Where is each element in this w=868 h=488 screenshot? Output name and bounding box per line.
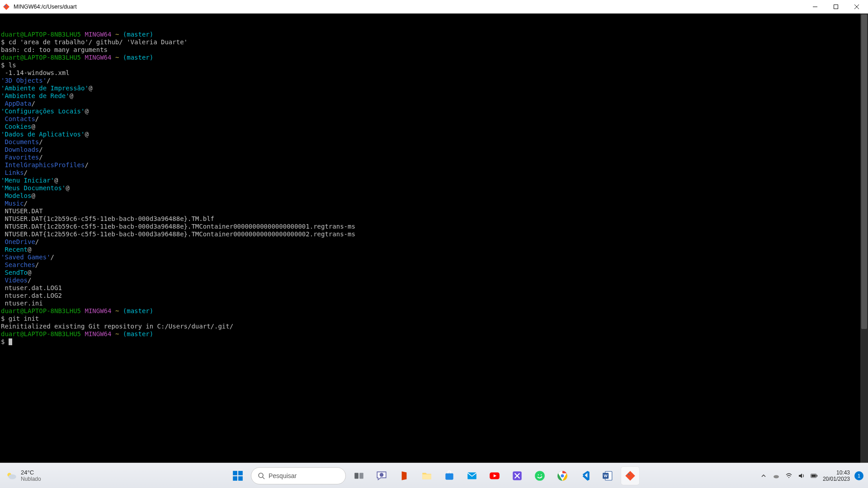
weather-temp: 24°C — [21, 469, 41, 476]
taskbar-app-office[interactable] — [395, 466, 414, 485]
output-line: ntuser.ini — [1, 300, 867, 307]
command-line: $ ls — [1, 61, 867, 69]
prompt-line: duart@LAPTOP-8NB3LHU5 MINGW64 ~ (master) — [1, 307, 867, 315]
output-line: 'Menu Iniciar'@ — [1, 177, 867, 184]
close-button[interactable] — [846, 0, 867, 14]
svg-rect-7 — [238, 471, 243, 475]
taskbar-app-git-bash[interactable] — [621, 466, 640, 485]
terminal-cursor — [9, 338, 12, 345]
battery-icon[interactable] — [810, 472, 818, 480]
taskbar-app-file-explorer[interactable] — [417, 466, 436, 485]
window-title: MINGW64:/c/Users/duart — [14, 4, 77, 10]
volume-icon[interactable] — [797, 472, 806, 480]
weather-desc: Nublado — [21, 476, 41, 482]
svg-point-10 — [259, 473, 263, 478]
taskbar-search[interactable]: Pesquisar — [251, 467, 346, 484]
output-line: 'Dados de Aplicativos'@ — [1, 131, 867, 138]
taskbar-app-task-view[interactable] — [349, 466, 368, 485]
output-line: '3D Objects'/ — [1, 77, 867, 84]
output-line: Videos/ — [1, 277, 867, 284]
window-titlebar[interactable]: MINGW64:/c/Users/duart — [0, 0, 868, 14]
command-line: $ cd 'area de trabalho'/ github/ 'Valeri… — [1, 38, 867, 46]
svg-point-21 — [541, 474, 542, 475]
svg-rect-35 — [811, 474, 816, 477]
svg-marker-29 — [625, 471, 635, 481]
output-line: 'Configurações Locais'@ — [1, 108, 867, 115]
taskbar-search-placeholder: Pesquisar — [269, 472, 297, 479]
output-line: ntuser.dat.LOG1 — [1, 284, 867, 292]
svg-rect-34 — [816, 475, 817, 477]
clock-time: 10:43 — [823, 469, 850, 476]
svg-point-19 — [535, 471, 545, 481]
taskbar: 24°C Nublado PesquisarW 10:43 20/01/2023… — [0, 463, 868, 488]
svg-rect-16 — [467, 472, 476, 479]
svg-point-32 — [774, 475, 779, 478]
output-line: 'Meus Documentos'@ — [1, 184, 867, 192]
svg-point-25 — [561, 474, 565, 478]
taskbar-app-microsoft-store[interactable] — [440, 466, 459, 485]
taskbar-app-youtube[interactable] — [485, 466, 504, 485]
taskbar-app-app-purple[interactable] — [508, 466, 527, 485]
command-line: $ git init — [1, 315, 867, 323]
output-line: OneDrive/ — [1, 238, 867, 246]
svg-text:W: W — [604, 474, 608, 478]
taskbar-clock[interactable]: 10:43 20/01/2023 — [823, 469, 850, 482]
output-line: Modelos@ — [1, 192, 867, 200]
output-line: SendTo@ — [1, 269, 867, 277]
minimize-button[interactable] — [805, 0, 826, 14]
svg-point-20 — [538, 474, 539, 475]
taskbar-app-whatsapp[interactable] — [530, 466, 549, 485]
output-line: Searches/ — [1, 261, 867, 269]
maximize-button[interactable] — [826, 0, 846, 14]
terminal-area[interactable]: duart@LAPTOP-8NB3LHU5 MINGW64 ~ (master)… — [0, 14, 868, 463]
taskbar-app-vscode[interactable] — [576, 466, 594, 485]
output-line: NTUSER.DAT{1c2b59c6-c5f5-11eb-bacb-000d3… — [1, 230, 867, 238]
prompt-line: duart@LAPTOP-8NB3LHU5 MINGW64 ~ (master) — [1, 54, 867, 61]
output-line: AppData/ — [1, 100, 867, 108]
output-line: Contacts/ — [1, 115, 867, 123]
output-line: 'Saved Games'/ — [1, 253, 867, 261]
svg-rect-14 — [422, 474, 431, 479]
notification-badge[interactable]: 1 — [854, 471, 863, 480]
output-line: NTUSER.DAT — [1, 207, 867, 215]
terminal-scrollbar[interactable] — [860, 14, 868, 463]
weather-icon — [5, 470, 17, 482]
output-line: Recent@ — [1, 246, 867, 253]
output-line: bash: cd: too many arguments — [1, 46, 867, 54]
wifi-icon[interactable] — [785, 472, 793, 480]
output-line: Documents/ — [1, 138, 867, 146]
svg-rect-9 — [238, 476, 243, 481]
svg-rect-12 — [359, 473, 363, 479]
taskbar-app-chrome[interactable] — [553, 466, 572, 485]
tray-overflow-icon[interactable] — [760, 472, 768, 480]
scrollbar-thumb[interactable] — [861, 14, 867, 329]
taskbar-app-chat[interactable] — [372, 466, 391, 485]
taskbar-app-word[interactable]: W — [598, 466, 617, 485]
svg-rect-15 — [445, 473, 453, 479]
output-line: 'Ambiente de Impressão'@ — [1, 84, 867, 92]
clock-date: 20/01/2023 — [823, 476, 850, 482]
output-line: Links/ — [1, 169, 867, 177]
output-line: Favorites/ — [1, 154, 867, 161]
svg-point-13 — [380, 473, 384, 477]
taskbar-weather[interactable]: 24°C Nublado — [5, 469, 41, 482]
prompt-line: duart@LAPTOP-8NB3LHU5 MINGW64 ~ (master) — [1, 31, 867, 38]
output-line: IntelGraphicsProfiles/ — [1, 161, 867, 169]
output-line: Cookies@ — [1, 123, 867, 131]
prompt-line: duart@LAPTOP-8NB3LHU5 MINGW64 ~ (master) — [1, 330, 867, 338]
app-icon — [3, 3, 10, 10]
output-line: Downloads/ — [1, 146, 867, 154]
output-line: -1.14-windows.xml — [1, 69, 867, 77]
output-line: ntuser.dat.LOG2 — [1, 292, 867, 300]
output-line: Music/ — [1, 200, 867, 207]
svg-rect-11 — [354, 473, 359, 479]
taskbar-app-start[interactable] — [228, 466, 247, 485]
svg-rect-8 — [233, 476, 237, 481]
output-line: NTUSER.DAT{1c2b59c6-c5f5-11eb-bacb-000d3… — [1, 223, 867, 230]
svg-point-5 — [9, 474, 16, 479]
command-line: $ — [1, 338, 867, 346]
output-line: NTUSER.DAT{1c2b59c6-c5f5-11eb-bacb-000d3… — [1, 215, 867, 223]
taskbar-app-mail[interactable] — [462, 466, 481, 485]
onedrive-icon[interactable] — [772, 472, 780, 480]
output-line: Reinitialized existing Git repository in… — [1, 323, 867, 330]
